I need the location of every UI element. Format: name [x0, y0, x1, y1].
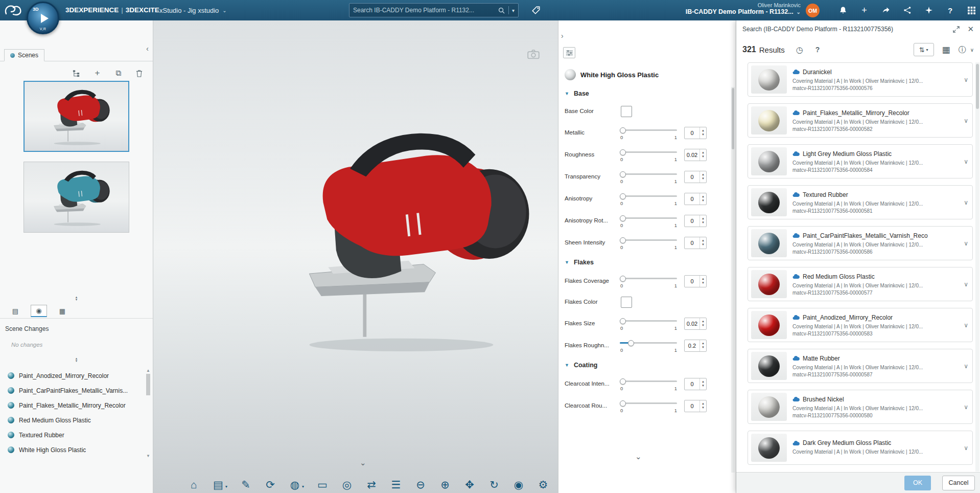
- spinner-icon[interactable]: ▲▼: [699, 127, 706, 139]
- clearcoat-intensity-slider[interactable]: 01: [620, 377, 677, 391]
- close-icon[interactable]: ✕: [967, 25, 974, 34]
- network-icon[interactable]: [903, 6, 912, 15]
- list-item[interactable]: White High Gloss Plastic: [0, 442, 144, 457]
- collapse-left-panel-icon[interactable]: ‹: [146, 44, 149, 53]
- grid-view-icon[interactable]: ▦: [942, 44, 950, 55]
- list-item[interactable]: Paint_Anodized_Mirrory_Recolor: [0, 368, 144, 383]
- expand-chevron-icon[interactable]: ∨: [964, 281, 968, 288]
- flakes-roughness-input[interactable]: 0.2▲▼: [684, 340, 707, 352]
- flakes-roughness-slider[interactable]: 01: [620, 339, 677, 353]
- spinner-icon[interactable]: ▲▼: [699, 149, 706, 161]
- search-result-item[interactable]: Brushed Nickel Covering Material | A | I…: [748, 390, 973, 424]
- anisotropy-rotation-slider[interactable]: 01: [620, 214, 677, 228]
- expand-chevron-icon[interactable]: ∨: [964, 444, 968, 452]
- expand-properties-icon[interactable]: ›: [561, 32, 564, 40]
- search-result-item[interactable]: Red Medium Gloss Plastic Covering Materi…: [748, 267, 973, 301]
- add-icon[interactable]: +: [860, 6, 869, 15]
- app-grid-icon[interactable]: [967, 6, 976, 15]
- roughness-slider[interactable]: 01: [620, 148, 677, 162]
- cancel-button[interactable]: Cancel: [942, 476, 975, 490]
- toolbar-swap-icon[interactable]: ⇄: [365, 479, 378, 490]
- section-coating[interactable]: ▼Coating: [565, 358, 728, 372]
- toolbar-target-icon[interactable]: ◎: [341, 479, 353, 490]
- scene-thumbnail-selected[interactable]: [24, 81, 129, 152]
- list-item[interactable]: Paint_CarPaintFlakes_Metallic_Varnis...: [0, 383, 144, 398]
- list-item[interactable]: Textured Rubber: [0, 428, 144, 442]
- expand-chevron-icon[interactable]: ∨: [964, 363, 968, 370]
- spinner-icon[interactable]: ▲▼: [699, 378, 706, 390]
- expand-chevron-icon[interactable]: ∨: [964, 404, 968, 411]
- help-icon[interactable]: ?: [946, 6, 954, 15]
- splitter-handle-icon[interactable]: ▴▾: [0, 357, 153, 362]
- jigsaw-model[interactable]: [260, 122, 538, 356]
- search-options-chevron-icon[interactable]: ▾: [512, 8, 515, 13]
- list-scrollbar[interactable]: ▲▼: [145, 368, 151, 458]
- avatar[interactable]: OM: [806, 4, 820, 17]
- transparency-slider[interactable]: 01: [620, 170, 677, 184]
- spinner-icon[interactable]: ▲▼: [699, 237, 706, 249]
- anisotropy-rotation-input[interactable]: 0▲▼: [684, 215, 707, 227]
- spinner-icon[interactable]: ▲▼: [699, 318, 706, 329]
- clearcoat-intensity-input[interactable]: 0▲▼: [684, 378, 707, 390]
- expand-chevron-icon[interactable]: ∨: [964, 322, 968, 329]
- list-item[interactable]: Red Medium Gloss Plastic: [0, 413, 144, 428]
- search-result-item[interactable]: Matte Rubber Covering Material | A | In …: [748, 349, 973, 383]
- toolbar-orbit-icon[interactable]: ↻: [488, 479, 500, 490]
- anisotropy-slider[interactable]: 01: [620, 192, 677, 206]
- app-title-menu[interactable]: xStudio - Jig xstudio ⌄: [159, 7, 227, 14]
- toolbar-render-settings-icon[interactable]: ⚙: [537, 479, 549, 490]
- flakes-coverage-input[interactable]: 0▲▼: [684, 275, 707, 287]
- roughness-input[interactable]: 0.02▲▼: [684, 149, 707, 161]
- tab-document-icon[interactable]: ▤: [7, 305, 24, 317]
- spinner-icon[interactable]: ▲▼: [699, 215, 706, 227]
- toolbar-update-icon[interactable]: ⟳: [264, 479, 276, 490]
- sparkle-icon[interactable]: [924, 6, 933, 15]
- toolbar-annotate-icon[interactable]: ✎: [240, 479, 252, 490]
- share-icon[interactable]: [881, 6, 890, 15]
- add-scene-icon[interactable]: +: [93, 69, 102, 78]
- chevron-down-icon[interactable]: ∨: [970, 47, 974, 53]
- spinner-icon[interactable]: ▲▼: [699, 193, 706, 205]
- results-scrollbar[interactable]: [975, 62, 979, 472]
- display-settings-button[interactable]: [563, 47, 575, 58]
- scene-thumbnail[interactable]: [24, 162, 129, 233]
- expand-chevron-icon[interactable]: ∨: [964, 199, 968, 206]
- search-result-item[interactable]: Duranickel Covering Material | A | In Wo…: [748, 62, 973, 97]
- history-icon[interactable]: ◷: [796, 45, 803, 55]
- spinner-icon[interactable]: ▲▼: [699, 171, 706, 183]
- metallic-slider[interactable]: 01: [620, 126, 677, 140]
- toolbar-materials-icon[interactable]: ◍▾: [289, 479, 304, 490]
- search-result-item[interactable]: Textured Rubber Covering Material | A | …: [748, 185, 973, 219]
- anisotropy-input[interactable]: 0▲▼: [684, 193, 707, 205]
- section-base[interactable]: ▼Base: [565, 87, 728, 100]
- scroll-more-icon[interactable]: ⌄: [635, 452, 642, 461]
- expand-panel-icon[interactable]: [952, 26, 960, 33]
- search-result-item[interactable]: Dark Grey Medium Gloss Plastic Covering …: [748, 431, 973, 465]
- snapshot-icon[interactable]: [527, 49, 540, 59]
- tab-scenes[interactable]: Scenes: [4, 49, 44, 61]
- expand-chevron-icon[interactable]: ∨: [964, 76, 968, 83]
- global-search-input[interactable]: [353, 7, 495, 14]
- expand-chevron-icon[interactable]: ∨: [964, 240, 968, 247]
- user-context[interactable]: Oliver Marinkovic IB-CADDY Demo Platform…: [686, 2, 801, 15]
- spinner-icon[interactable]: ▲▼: [699, 276, 706, 287]
- toolbar-camera-icon[interactable]: ◉: [512, 479, 525, 490]
- expand-chevron-icon[interactable]: ∨: [964, 158, 968, 165]
- clearcoat-roughness-slider[interactable]: 01: [620, 399, 677, 413]
- list-item[interactable]: Paint_Flakes_Metallic_Mirrory_Recolor: [0, 398, 144, 413]
- toolbar-zoom-in-icon[interactable]: ⊕: [439, 479, 451, 490]
- flakes-color-swatch[interactable]: [621, 297, 632, 308]
- scene-tree-icon[interactable]: [72, 69, 81, 78]
- collapse-toolbar-icon[interactable]: ⌄: [360, 458, 366, 467]
- section-flakes[interactable]: ▼Flakes: [565, 256, 728, 269]
- bell-icon[interactable]: [838, 6, 847, 15]
- flakes-size-slider[interactable]: 01: [620, 317, 677, 331]
- toolbar-frame-icon[interactable]: ▭: [316, 479, 329, 490]
- flakes-coverage-slider[interactable]: 01: [620, 274, 677, 288]
- clearcoat-roughness-input[interactable]: 0▲▼: [684, 400, 707, 412]
- sort-button[interactable]: ⇅▾: [914, 43, 934, 56]
- toolbar-zoom-out-icon[interactable]: ⊖: [414, 479, 427, 490]
- search-result-item[interactable]: Paint_CarPaintFlakes_Metallic_Varnish_Re…: [748, 226, 973, 260]
- toolbar-pan-icon[interactable]: ✥: [463, 479, 476, 490]
- transparency-input[interactable]: 0▲▼: [684, 171, 707, 183]
